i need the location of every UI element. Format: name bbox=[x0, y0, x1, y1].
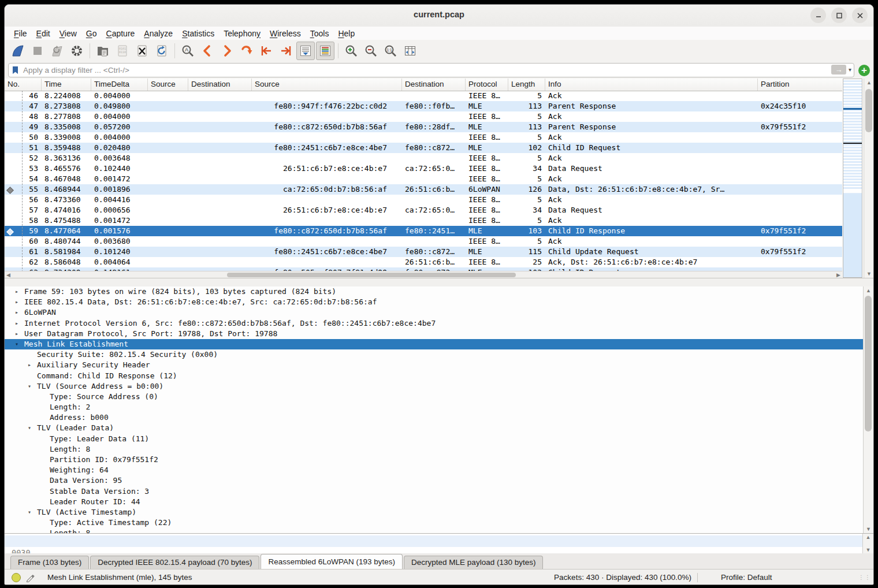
filter-dropdown-caret[interactable]: ▾ bbox=[849, 66, 851, 73]
collapse-icon[interactable]: ▾ bbox=[28, 381, 31, 392]
resize-grip[interactable]: ⋮⋮ bbox=[858, 574, 871, 580]
capture-options-button[interactable] bbox=[68, 42, 86, 60]
detail-line[interactable]: Leader Router ID: 44 bbox=[5, 497, 873, 507]
detail-line[interactable]: ▾TLV (Leader Data) bbox=[5, 423, 873, 433]
detail-scroll-thumb[interactable] bbox=[865, 296, 872, 431]
stop-capture-button[interactable] bbox=[28, 42, 47, 60]
save-file-button[interactable]: 01010110 bbox=[113, 42, 132, 60]
detail-line[interactable]: ▾TLV (Source Address = b0:00) bbox=[5, 381, 873, 392]
go-to-packet-button[interactable] bbox=[237, 42, 256, 60]
close-button[interactable] bbox=[852, 8, 868, 23]
packet-list-scroll-thumb[interactable] bbox=[865, 89, 872, 132]
scroll-up-icon[interactable]: ▲ bbox=[864, 80, 874, 85]
detail-line[interactable]: ▸IEEE 802.15.4 Data, Dst: 26:51:c6:b7:e8… bbox=[5, 297, 873, 307]
packet-row-62[interactable]: 628.5860480.00406426:51:c6:b…IEEE 8…25Ac… bbox=[5, 257, 842, 267]
menu-view[interactable]: View bbox=[55, 29, 81, 38]
packet-row-53[interactable]: 538.4655760.10244026:51:c6:b7:e8:ce:4b:e… bbox=[5, 163, 842, 174]
scroll-up-icon[interactable]: ▲ bbox=[863, 534, 873, 540]
menu-wireless[interactable]: Wireless bbox=[265, 29, 306, 38]
bytes-tab-reassembled-6lowpan-193-bytes[interactable]: Reassembled 6LoWPAN (193 bytes) bbox=[261, 554, 403, 569]
detail-line[interactable]: ▸User Datagram Protocol, Src Port: 19788… bbox=[5, 329, 873, 339]
reload-file-button[interactable] bbox=[152, 42, 171, 60]
maximize-button[interactable] bbox=[831, 8, 847, 23]
detail-line[interactable]: Type: Source Address (0) bbox=[5, 392, 873, 402]
expert-info-icon[interactable] bbox=[12, 573, 21, 582]
expand-icon[interactable]: ▸ bbox=[15, 307, 18, 318]
packet-row-51[interactable]: 518.3594880.020480fe80::2451:c6b7:e8ce:4… bbox=[5, 143, 842, 153]
bytes-tab-decrypted-mle-payload-130-bytes[interactable]: Decrypted MLE payload (130 bytes) bbox=[404, 556, 543, 569]
capture-comment-icon[interactable] bbox=[25, 573, 35, 582]
hex-row[interactable]: 0030 00 15 0d 00 00 00 00 00 00 00 01 75… bbox=[5, 535, 863, 547]
detail-line[interactable]: Length: 8 bbox=[5, 444, 873, 455]
display-filter-input[interactable]: Apply a display filter ... <Ctrl-/> → ▾ bbox=[8, 63, 854, 77]
intelligent-scrollbar-minimap[interactable] bbox=[843, 79, 862, 278]
scroll-down-icon[interactable]: ▼ bbox=[863, 547, 873, 553]
column-header-source[interactable]: Source bbox=[252, 79, 402, 91]
packet-row-55[interactable]: 558.4689440.001896ca:72:65:0d:b7:b8:56:a… bbox=[5, 184, 842, 195]
column-header-time[interactable]: Time bbox=[42, 79, 91, 91]
go-last-packet-button[interactable] bbox=[277, 42, 295, 60]
scroll-down-icon[interactable]: ▼ bbox=[864, 271, 874, 277]
column-header-timedelta[interactable]: TimeDelta bbox=[91, 79, 148, 91]
column-header-destination[interactable]: Destination bbox=[188, 79, 252, 91]
column-header-no[interactable]: No. bbox=[5, 79, 42, 91]
detail-line[interactable]: Command: Child ID Response (12) bbox=[5, 371, 873, 381]
detail-line[interactable]: ▸Internet Protocol Version 6, Src: fe80:… bbox=[5, 318, 873, 329]
column-header-source[interactable]: Source bbox=[148, 79, 188, 91]
packet-row-47[interactable]: 478.2738080.049800fe80::947f:f476:22bc:c… bbox=[5, 101, 842, 111]
detail-line[interactable]: Length: 8 bbox=[5, 528, 873, 533]
zoom-in-button[interactable] bbox=[342, 42, 360, 60]
detail-line[interactable]: ▸Auxiliary Security Header bbox=[5, 360, 873, 370]
scroll-up-icon[interactable]: ▲ bbox=[864, 288, 873, 293]
column-header-length[interactable]: Length bbox=[508, 79, 545, 91]
menu-tools[interactable]: Tools bbox=[306, 29, 334, 38]
menu-go[interactable]: Go bbox=[81, 29, 102, 38]
detail-scrollbar[interactable]: ▲ ▼ bbox=[863, 286, 873, 533]
go-back-button[interactable] bbox=[198, 42, 217, 60]
start-capture-button[interactable] bbox=[9, 42, 27, 60]
detail-line[interactable]: Type: Leader Data (11) bbox=[5, 434, 873, 444]
expand-icon[interactable]: ▸ bbox=[15, 318, 18, 329]
packet-row-61[interactable]: 618.5819840.101240fe80::2451:c6b7:e8ce:4… bbox=[5, 247, 842, 257]
packet-row-52[interactable]: 528.3631360.003648IEEE 8…5Ack bbox=[5, 153, 842, 163]
packet-row-46[interactable]: 468.2240080.004000IEEE 8…5Ack bbox=[5, 91, 842, 101]
minimize-button[interactable] bbox=[810, 8, 826, 23]
expand-icon[interactable]: ▸ bbox=[28, 360, 31, 370]
detail-line[interactable]: Type: Active Timestamp (22) bbox=[5, 518, 873, 528]
packet-row-59[interactable]: 598.4770640.001576fe80::c872:650d:b7b8:5… bbox=[5, 226, 842, 236]
expand-icon[interactable]: ▸ bbox=[15, 297, 18, 307]
detail-line[interactable]: Data Version: 95 bbox=[5, 475, 873, 486]
menu-file[interactable]: File bbox=[9, 29, 32, 38]
menu-help[interactable]: Help bbox=[333, 29, 359, 38]
packet-bytes-pane[interactable]: 0030 00 15 0d 00 00 00 00 00 00 00 01 75… bbox=[5, 533, 873, 554]
filter-apply-button[interactable]: → bbox=[831, 65, 846, 75]
expand-icon[interactable]: ▸ bbox=[15, 286, 18, 297]
detail-line[interactable]: Weighting: 64 bbox=[5, 465, 873, 475]
column-header-protocol[interactable]: Protocol bbox=[466, 79, 508, 91]
packet-row-57[interactable]: 578.4740160.00065626:51:c6:b7:e8:ce:4b:e… bbox=[5, 205, 842, 215]
go-forward-button[interactable] bbox=[218, 42, 236, 60]
zoom-original-button[interactable]: 1:1 bbox=[381, 42, 400, 60]
titlebar[interactable]: current.pcap bbox=[5, 5, 873, 27]
hex-scrollbar[interactable]: ▲ ▼ bbox=[862, 534, 873, 553]
detail-line[interactable]: ▾Mesh Link Establishment bbox=[5, 339, 873, 349]
detail-line[interactable]: Length: 2 bbox=[5, 402, 873, 412]
scroll-down-icon[interactable]: ▼ bbox=[864, 526, 873, 532]
packet-list-scrollbar[interactable]: ▲ ▼ bbox=[864, 79, 874, 278]
go-first-packet-button[interactable] bbox=[257, 42, 276, 60]
packet-row-50[interactable]: 508.3390080.004000IEEE 8…5Ack bbox=[5, 132, 842, 143]
packet-row-49[interactable]: 498.3350080.057200fe80::c872:650d:b7b8:5… bbox=[5, 122, 842, 132]
detail-line[interactable]: Security Suite: 802.15.4 Security (0x00) bbox=[5, 349, 873, 360]
find-packet-button[interactable]: A bbox=[178, 42, 197, 60]
menu-capture[interactable]: Capture bbox=[102, 29, 140, 38]
detail-line[interactable]: Stable Data Version: 3 bbox=[5, 486, 873, 497]
auto-scroll-button[interactable] bbox=[296, 42, 315, 60]
open-file-button[interactable] bbox=[94, 42, 112, 60]
collapse-icon[interactable]: ▾ bbox=[15, 339, 18, 349]
collapse-icon[interactable]: ▾ bbox=[28, 507, 31, 518]
collapse-icon[interactable]: ▾ bbox=[28, 423, 31, 433]
packet-row-60[interactable]: 608.4807440.003680IEEE 8…5Ack bbox=[5, 236, 842, 247]
restart-capture-button[interactable] bbox=[48, 42, 66, 60]
resize-columns-button[interactable] bbox=[401, 42, 419, 60]
close-file-button[interactable] bbox=[133, 42, 151, 60]
